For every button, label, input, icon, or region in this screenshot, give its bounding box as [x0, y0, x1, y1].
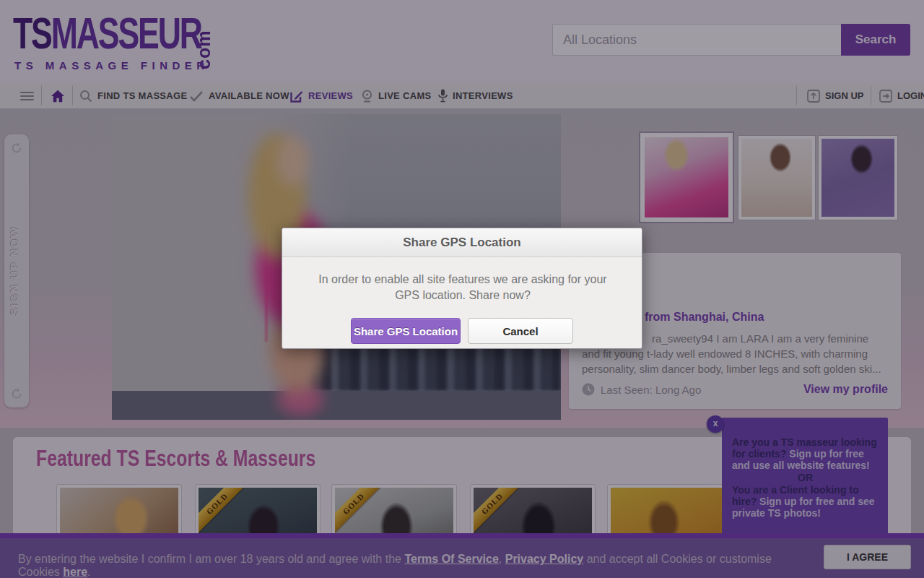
- modal-actions: Share GPS Location Cancel: [282, 318, 642, 344]
- modal-message: In order to enable all site features we …: [310, 272, 616, 303]
- cancel-button[interactable]: Cancel: [468, 318, 573, 344]
- modal-title: Share GPS Location: [282, 228, 642, 257]
- page: TSMASSEUR com TS MASSAGE FINDER Search F…: [0, 0, 924, 578]
- gps-location-modal: Share GPS Location In order to enable al…: [282, 228, 642, 349]
- share-gps-location-button[interactable]: Share GPS Location: [351, 318, 461, 344]
